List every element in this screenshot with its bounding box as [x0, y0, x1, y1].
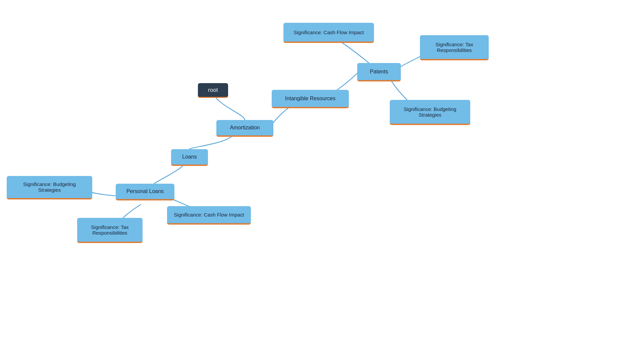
- node-amortization[interactable]: Amortization: [216, 120, 273, 137]
- node-sig-cashflow-bottom[interactable]: Significance: Cash Flow Impact: [167, 206, 251, 225]
- node-sig-tax-right[interactable]: Significance: Tax Responsibilities: [420, 35, 489, 60]
- node-sig-tax-left[interactable]: Significance: Tax Responsibilities: [77, 218, 143, 243]
- node-sig-cashflow-top[interactable]: Significance: Cash Flow Impact: [283, 23, 374, 43]
- node-root[interactable]: root: [198, 83, 228, 98]
- connections-svg: [0, 0, 644, 362]
- node-personal-loans[interactable]: Personal Loans: [116, 184, 174, 200]
- node-loans[interactable]: Loans: [171, 149, 208, 166]
- node-sig-budgeting-left[interactable]: Significance: Budgeting Strategies: [7, 176, 92, 199]
- node-patents[interactable]: Patents: [357, 63, 401, 81]
- node-sig-budgeting-right[interactable]: Significance: Budgeting Strategies: [390, 100, 470, 125]
- mind-map-canvas: root Amortization Loans Personal Loans S…: [0, 0, 644, 362]
- node-intangible-resources[interactable]: Intangible Resources: [272, 90, 349, 108]
